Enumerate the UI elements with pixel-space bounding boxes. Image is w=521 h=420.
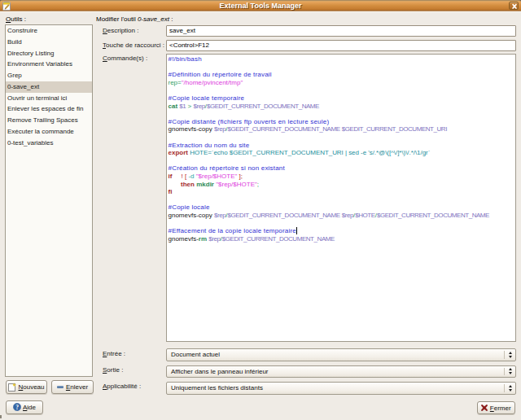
svg-text:?: ?	[15, 404, 19, 411]
